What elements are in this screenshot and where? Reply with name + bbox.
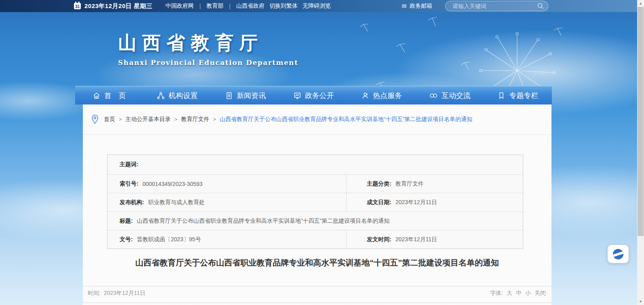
article-title: 山西省教育厅关于公布山西省职业教育品牌专业和高水平实训基地“十四五”第二批建设项… [99,255,535,271]
time-value: 2023年12月11日 [104,290,145,297]
divider: | [229,3,231,9]
publish-time-cell: 发文时间: 2023年12月11日 [346,230,523,249]
organization-icon [157,92,165,100]
font-large-button[interactable]: 大 [507,290,512,297]
nav-label: 首 页 [104,91,126,100]
service-icon [361,92,369,100]
link-ministry-education[interactable]: 教育部 [206,2,223,10]
breadcrumb-department-files[interactable]: 教育厅文件 [181,116,209,123]
nav-label: 专题专栏 [509,91,538,100]
nav-item-interaction[interactable]: 互动交流 [416,91,484,100]
main-navigation: 首 页 机构设置 新闻资讯 政务公开 [75,86,552,104]
document-info-table: 主题词: 索引号: 000014349/2023-30593 主题分类: 教育厅… [107,155,523,249]
news-icon [225,92,233,100]
top-utility-bar: 31 2023年12月20日 星期三 中国政府网 | 教育部 | 山西省政府 切… [0,0,644,12]
table-row-doc-number: 文号: 晋教职成函〔2023〕95号 发文时间: 2023年12月11日 [107,230,523,249]
breadcrumb-home[interactable]: 首页 [104,116,115,123]
font-small-button[interactable]: 小 [525,290,531,297]
table-row-index: 索引号: 000014349/2023-30593 主题分类: 教育厅文件 [107,174,523,193]
publisher-label: 发布机构: [120,199,144,206]
search-box [445,1,548,11]
article-time: 时间: 2023年12月11日 [88,290,145,297]
close-button[interactable]: 关闭 [535,290,546,297]
doc-title-label: 标题: [120,217,133,225]
breadcrumb: 首页 > 主动公开基本目录 > 教育厅文件 > 山西省教育厅关于公布山西省职业教… [83,104,551,135]
site-title: 山西省教育厅 [118,31,298,56]
site-logo[interactable]: 山西省教育厅 Shanxi Provincial Education Depar… [118,31,298,67]
doc-number-cell: 文号: 晋教职成函〔2023〕95号 [107,230,346,249]
table-row-title: 标题: 山西省教育厅关于公布山西省职业教育品牌专业和高水平实训基地“十四五”第二… [107,211,523,230]
index-number-value: 000014349/2023-30593 [143,181,203,187]
index-number-cell: 索引号: 000014349/2023-30593 [107,175,346,193]
breadcrumb-separator: > [175,116,178,122]
category-label: 主题分类: [367,180,391,188]
font-medium-button[interactable]: 中 [516,290,522,297]
subject-label: 主题词: [120,161,139,168]
breadcrumb-separator: > [119,116,122,122]
link-china-gov[interactable]: 中国政府网 [165,2,194,10]
doc-title-value: 山西省教育厅关于公布山西省职业教育品牌专业和高水平实训基地“十四五”第二批建设项… [137,217,389,225]
category-cell: 主题分类: 教育厅文件 [346,175,523,193]
gov-links: 中国政府网 | 教育部 | 山西省政府 切换到繁体 无障碍浏览 [165,2,330,10]
site-subtitle: Shanxi Provincial Education Department [118,58,298,67]
home-icon [93,92,101,100]
vertical-scrollbar[interactable]: ▲ ▼ [637,0,644,305]
nav-label: 互动交流 [442,91,471,100]
nav-label: 机构设置 [168,91,198,100]
breadcrumb-catalog[interactable]: 主动公开基本目录 [126,116,171,123]
breadcrumb-separator: > [213,116,216,122]
calendar-icon: 31 [74,3,81,9]
content-area: 首页 > 主动公开基本目录 > 教育厅文件 > 山西省教育厅关于公布山西省职业教… [83,104,551,305]
breadcrumb-current-page[interactable]: 山西省教育厅关于公布山西省职业教育品牌专业和高水平实训基地“十四五”第二批建设项… [220,116,472,123]
nav-label: 热点服务 [373,91,402,100]
nav-item-services[interactable]: 热点服务 [347,91,416,100]
written-date-cell: 成文日期: 2023年12月11日 [346,193,523,211]
scrollbar-down-arrow[interactable]: ▼ [637,298,644,305]
category-value: 教育厅文件 [396,180,424,188]
index-number-label: 索引号: [120,180,139,188]
article-meta-bar: 时间: 2023年12月11日 字体: 大 中 小 关闭 [83,286,551,303]
topbar-right: ✉ 政务邮箱 [402,1,548,11]
scrollbar-up-arrow[interactable]: ▲ [637,0,644,7]
written-date-label: 成文日期: [367,199,391,206]
link-shanxi-gov[interactable]: 山西省政府 [236,2,265,10]
accessibility-link[interactable]: 无障碍浏览 [303,2,331,10]
search-input[interactable] [452,2,537,10]
time-label: 时间: [88,290,101,297]
floating-service-button[interactable] [608,245,629,263]
publisher-cell: 发布机构: 职业教育与成人教育处 [107,193,346,211]
table-row-publisher: 发布机构: 职业教育与成人教育处 成文日期: 2023年12月11日 [107,193,523,211]
mailbox-label: 政务邮箱 [410,2,432,10]
publish-time-label: 发文时间: [367,236,391,243]
nav-item-topics[interactable]: 专题专栏 [484,91,552,100]
font-label: 字体: [490,290,503,297]
interaction-icon [429,92,438,100]
doc-number-label: 文号: [120,236,133,243]
search-button[interactable] [537,3,544,9]
publisher-value: 职业教育与成人教育处 [148,199,205,206]
subject-cell: 主题词: [107,155,523,174]
mail-icon: ✉ [402,3,406,9]
gov-mailbox-link[interactable]: ✉ 政务邮箱 [402,2,432,10]
nav-item-home[interactable]: 首 页 [75,91,143,100]
disclosure-icon [293,92,301,100]
divider: | [199,3,201,9]
traditional-chinese-toggle[interactable]: 切换到繁体 [269,2,298,10]
nav-label: 政务公开 [305,91,334,100]
search-icon [537,3,544,9]
service-logo-icon [613,249,623,259]
nav-item-news[interactable]: 新闻资讯 [211,91,280,100]
nav-item-organization[interactable]: 机构设置 [143,91,212,100]
font-size-controls: 字体: 大 中 小 关闭 [490,290,546,297]
scrollbar-thumb[interactable] [638,7,644,236]
nav-item-disclosure[interactable]: 政务公开 [280,91,348,100]
topbar-left: 31 2023年12月20日 星期三 中国政府网 | 教育部 | 山西省政府 切… [74,2,331,10]
written-date-value: 2023年12月11日 [396,199,437,206]
topics-icon [497,92,505,100]
nav-label: 新闻资讯 [237,91,266,100]
publish-time-value: 2023年12月11日 [396,236,437,243]
current-date: 2023年12月20日 星期三 [84,2,152,10]
location-pin-icon [91,114,99,125]
doc-number-value: 晋教职成函〔2023〕95号 [137,236,201,243]
table-row-subject: 主题词: [107,155,523,174]
